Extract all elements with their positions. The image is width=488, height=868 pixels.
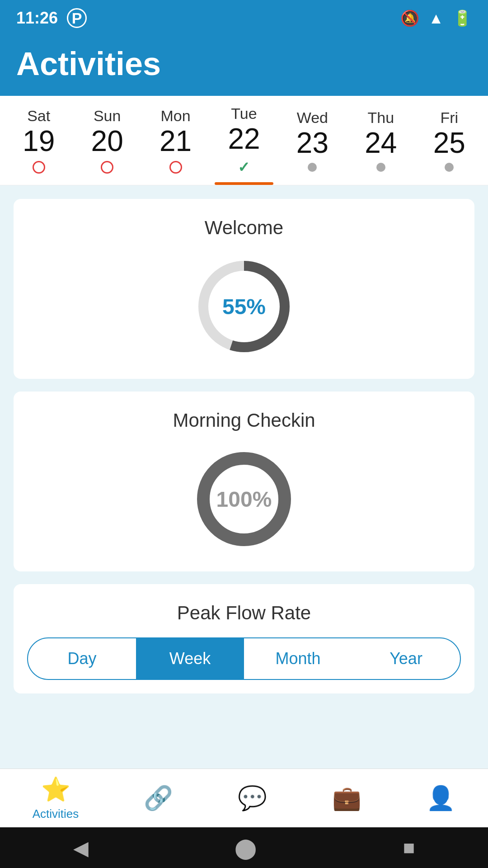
- bottom-nav: ⭐ Activities 🔗 💬 💼 👤: [0, 769, 488, 827]
- app-icon: P: [67, 8, 87, 28]
- time-display: 11:26: [16, 9, 58, 28]
- peak-flow-title: Peak Flow Rate: [27, 602, 461, 624]
- briefcase-nav-icon: 💼: [332, 784, 361, 812]
- recent-button[interactable]: ■: [403, 836, 415, 859]
- welcome-donut: 55%: [190, 252, 298, 361]
- indicator-red-circle: [101, 161, 113, 174]
- messages-nav-icon: 💬: [238, 784, 267, 812]
- morning-checkin-percentage: 100%: [216, 487, 272, 512]
- calendar-day-wed[interactable]: Wed23: [283, 109, 342, 181]
- nav-profile[interactable]: 👤: [426, 784, 455, 812]
- indicator-green-check: ✓: [238, 159, 250, 176]
- peak-flow-tabs: Day Week Month Year: [27, 637, 461, 680]
- indicator-gray-dot: [445, 163, 454, 172]
- nav-messages[interactable]: 💬: [238, 784, 267, 812]
- app-header: Activities: [0, 36, 488, 96]
- welcome-percentage: 55%: [222, 294, 266, 319]
- status-bar-left: 11:26 P: [16, 8, 87, 28]
- nav-link[interactable]: 🔗: [144, 784, 173, 812]
- calendar-day-mon[interactable]: Mon21: [146, 107, 205, 183]
- day-number: 19: [23, 127, 55, 156]
- day-label: Sat: [27, 107, 50, 125]
- calendar-day-sat[interactable]: Sat19: [9, 107, 68, 183]
- calendar-day-fri[interactable]: Fri25: [420, 109, 479, 181]
- welcome-card: Welcome 55%: [14, 199, 474, 379]
- status-bar: 11:26 P 🔕 ▲ 🔋: [0, 0, 488, 36]
- indicator-gray-dot: [376, 163, 385, 172]
- indicator-red-circle: [169, 161, 182, 174]
- indicator-red-circle: [33, 161, 45, 174]
- battery-icon: 🔋: [453, 9, 472, 27]
- morning-checkin-donut: 100%: [190, 445, 298, 553]
- day-number: 20: [91, 127, 123, 156]
- nav-briefcase[interactable]: 💼: [332, 784, 361, 812]
- back-button[interactable]: ◀: [73, 836, 89, 859]
- tab-day[interactable]: Day: [28, 638, 136, 679]
- morning-checkin-title: Morning Checkin: [173, 410, 315, 431]
- tab-week[interactable]: Week: [136, 638, 244, 679]
- day-number: 23: [296, 128, 328, 157]
- nav-activities[interactable]: ⭐ Activities: [33, 776, 79, 821]
- calendar-day-sun[interactable]: Sun20: [78, 107, 136, 183]
- android-nav-bar: ◀ ⬤ ■: [0, 827, 488, 868]
- wifi-icon: ▲: [428, 9, 444, 27]
- day-label: Wed: [297, 109, 328, 127]
- calendar-day-tue[interactable]: Tue22✓: [215, 105, 273, 185]
- indicator-gray-dot: [308, 163, 317, 172]
- activities-nav-icon: ⭐: [41, 776, 70, 803]
- welcome-card-title: Welcome: [205, 217, 283, 239]
- day-label: Fri: [440, 109, 458, 127]
- day-label: Tue: [231, 105, 257, 123]
- tab-year[interactable]: Year: [352, 638, 460, 679]
- home-button[interactable]: ⬤: [235, 836, 257, 859]
- day-label: Thu: [368, 109, 394, 127]
- day-label: Mon: [160, 107, 190, 125]
- main-content: Welcome 55% Morning Checkin 100% Peak Fl…: [0, 185, 488, 769]
- day-number: 25: [433, 128, 465, 157]
- tab-month[interactable]: Month: [244, 638, 352, 679]
- day-label: Sun: [94, 107, 121, 125]
- activities-nav-label: Activities: [33, 807, 79, 821]
- day-number: 24: [365, 128, 397, 157]
- calendar-strip: Sat19Sun20Mon21Tue22✓Wed23Thu24Fri25: [0, 96, 488, 185]
- calendar-day-thu[interactable]: Thu24: [352, 109, 410, 181]
- peak-flow-card: Peak Flow Rate Day Week Month Year: [14, 584, 474, 693]
- day-number: 21: [160, 127, 192, 156]
- morning-checkin-card: Morning Checkin 100%: [14, 392, 474, 571]
- day-number: 22: [228, 124, 260, 153]
- link-nav-icon: 🔗: [144, 784, 173, 812]
- page-title: Activities: [16, 45, 472, 82]
- profile-nav-icon: 👤: [426, 784, 455, 812]
- mute-icon: 🔕: [400, 9, 419, 27]
- status-bar-right: 🔕 ▲ 🔋: [400, 9, 472, 27]
